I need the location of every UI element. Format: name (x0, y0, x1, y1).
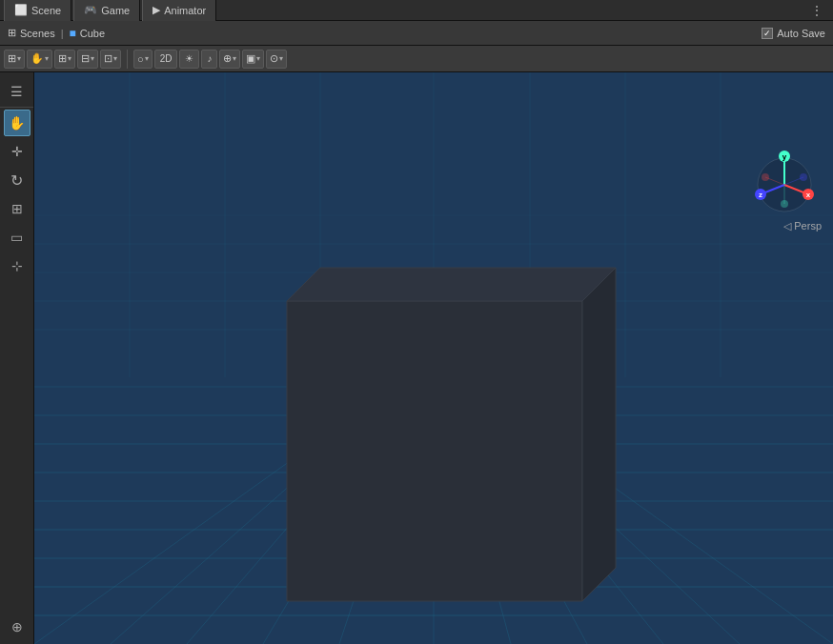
hand-chevron: ▾ (45, 54, 49, 63)
camera-chevron: ▾ (145, 54, 149, 63)
tab-scene-label: Scene (31, 5, 61, 16)
rotate-tool-icon: ↻ (10, 171, 23, 190)
svg-point-51 (800, 173, 807, 181)
tool-group-top: ☰ (0, 76, 33, 108)
hand-tool-icon: ✋ (9, 115, 25, 131)
svg-point-49 (762, 173, 769, 181)
gizmo-svg: y x z (751, 147, 818, 213)
lighting-icon: ☀ (185, 53, 193, 64)
effects-dropdown[interactable]: ⊕ ▾ (219, 50, 240, 69)
breadcrumb-separator: | (61, 28, 64, 39)
display-dropdown[interactable]: ▣ ▾ (242, 50, 264, 69)
tab-scene[interactable]: ⬜ Scene (4, 0, 71, 21)
effects-chevron: ▾ (233, 54, 236, 63)
auto-save-area: ✓ Auto Save (762, 28, 825, 39)
tab-bar-left: ⬜ Scene 🎮 Game ▶ Animator (4, 0, 216, 21)
rect-tool-btn[interactable]: ▭ (4, 224, 30, 251)
view-icon: ⊙ (270, 52, 278, 65)
layout-tool-btn[interactable]: ☰ (4, 78, 30, 105)
toolbar-sep-1 (127, 50, 128, 69)
hand-icon: ✋ (30, 52, 44, 65)
auto-save-checkbox[interactable]: ✓ (762, 28, 773, 39)
viewport-gizmo[interactable]: y x z (751, 147, 818, 213)
audio-button[interactable]: ♪ (201, 50, 217, 69)
svg-marker-33 (287, 301, 582, 601)
scene-icon: ⬜ (14, 4, 28, 16)
breadcrumb-scenes[interactable]: ⊞ Scenes (8, 27, 55, 39)
transform-tool-icon: ⊹ (11, 258, 23, 273)
anim-chevron: ▾ (113, 54, 117, 63)
view-chevron: ▾ (279, 54, 283, 63)
grid-dropdown[interactable]: ⊟ ▾ (77, 50, 98, 69)
grid-chevron: ▾ (91, 54, 94, 63)
rect-tool-icon: ▭ (10, 230, 23, 245)
audio-icon: ♪ (207, 53, 212, 64)
display-chevron: ▾ (256, 54, 260, 63)
rotate-tool-btn[interactable]: ↻ (4, 167, 30, 193)
layout-tool-icon: ☰ (10, 84, 23, 99)
cube-label: Cube (80, 28, 105, 39)
tab-more-button[interactable]: ⋮ (804, 1, 829, 20)
move-tool-icon: ✛ (11, 144, 23, 159)
game-icon: 🎮 (84, 4, 97, 16)
animator-icon: ▶ (152, 4, 160, 16)
cube-3d-shape (287, 268, 616, 601)
tab-animator-label: Animator (164, 5, 206, 16)
svg-marker-34 (287, 268, 616, 301)
svg-marker-35 (582, 268, 616, 601)
camera-dropdown[interactable]: ○ ▾ (133, 50, 152, 69)
breadcrumb-bar: ⊞ Scenes | ■ Cube ✓ Auto Save (0, 21, 833, 46)
2d-label: 2D (160, 53, 173, 64)
scenes-grid-icon: ⊞ (8, 27, 16, 39)
custom-editor-btn[interactable]: ⊕ (4, 614, 30, 640)
tab-game-label: Game (101, 5, 130, 16)
snap-icon: ⊞ (58, 52, 67, 65)
snap-chevron: ▾ (68, 54, 71, 63)
camera-icon: ○ (137, 53, 144, 65)
snap-dropdown[interactable]: ⊞ ▾ (54, 50, 75, 69)
persp-label: ◁ Persp (783, 220, 822, 232)
svg-text:y: y (782, 152, 787, 161)
2d-button[interactable]: 2D (154, 50, 178, 69)
effects-icon: ⊕ (223, 52, 232, 65)
viewport-grid (34, 72, 833, 644)
move-tool-btn[interactable]: ✛ (4, 138, 30, 165)
breadcrumb-cube[interactable]: ■ Cube (70, 27, 106, 40)
transform-tool-btn[interactable]: ⊹ (4, 252, 30, 279)
layout-icon: ⊞ (8, 52, 16, 65)
scale-tool-icon: ⊞ (11, 201, 23, 216)
anim-icon: ⊡ (104, 52, 112, 65)
cube-icon: ■ (70, 27, 76, 40)
hand-tool-btn[interactable]: ✋ (4, 110, 30, 136)
main-area: ☰ ✋ ✛ ↻ ⊞ ▭ ⊹ ⊕ (0, 72, 833, 644)
layout-dropdown[interactable]: ⊞ ▾ (4, 50, 25, 69)
grid-icon: ⊟ (81, 52, 90, 65)
display-icon: ▣ (246, 52, 255, 65)
svg-point-47 (781, 200, 788, 208)
custom-editor-icon: ⊕ (11, 619, 23, 634)
tab-bar: ⬜ Scene 🎮 Game ▶ Animator ⋮ (0, 0, 833, 21)
scene-viewport[interactable]: y x z ◁ Persp (34, 72, 833, 644)
scenes-label: Scenes (20, 28, 55, 39)
view-dropdown[interactable]: ⊙ ▾ (266, 50, 287, 69)
auto-save-label: Auto Save (777, 28, 825, 39)
scale-tool-btn[interactable]: ⊞ (4, 195, 30, 222)
tab-game[interactable]: 🎮 Game (73, 0, 140, 21)
tab-animator[interactable]: ▶ Animator (142, 0, 216, 21)
left-toolbar: ☰ ✋ ✛ ↻ ⊞ ▭ ⊹ ⊕ (0, 72, 34, 644)
hand-dropdown[interactable]: ✋ ▾ (27, 50, 52, 69)
svg-text:x: x (806, 191, 811, 199)
anim-dropdown[interactable]: ⊡ ▾ (100, 50, 121, 69)
lighting-button[interactable]: ☀ (179, 50, 199, 69)
layout-chevron: ▾ (17, 54, 21, 63)
scene-toolbar: ⊞ ▾ ✋ ▾ ⊞ ▾ ⊟ ▾ ⊡ ▾ ○ ▾ 2D ☀ ♪ ⊕ ▾ ▣ ▾ ⊙… (0, 46, 833, 72)
svg-text:z: z (759, 191, 762, 199)
